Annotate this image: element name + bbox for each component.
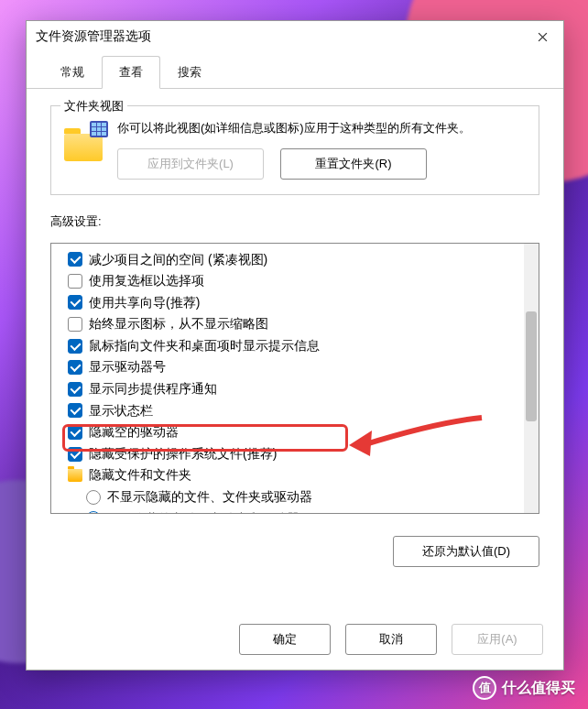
watermark: 值 什么值得买 xyxy=(473,676,575,700)
folder-views-group: 文件夹视图 你可以将此视图(如详细信息或图标)应用于这种类型的所有文件夹。 应用… xyxy=(50,105,539,195)
advanced-item-label: 使用共享向导(推荐) xyxy=(89,294,200,312)
advanced-item-label: 使用复选框以选择项 xyxy=(89,272,204,290)
advanced-item-label: 减少项目之间的空间 (紧凑视图) xyxy=(89,251,267,269)
checkbox-icon[interactable] xyxy=(68,274,82,289)
advanced-item-11[interactable]: 不显示隐藏的文件、文件夹或驱动器 xyxy=(68,486,535,508)
advanced-item-3[interactable]: 始终显示图标，从不显示缩略图 xyxy=(68,313,535,335)
watermark-text: 什么值得买 xyxy=(502,679,575,698)
advanced-item-label: 显示状态栏 xyxy=(89,402,153,420)
advanced-item-2[interactable]: 使用共享向导(推荐) xyxy=(68,292,535,314)
checkbox-icon[interactable] xyxy=(68,252,82,267)
advanced-item-label: 不显示隐藏的文件、文件夹或驱动器 xyxy=(107,488,312,507)
tab-search[interactable]: 搜索 xyxy=(160,56,219,89)
apply-button[interactable]: 应用(A) xyxy=(452,624,543,655)
close-icon xyxy=(538,32,548,42)
advanced-item-8[interactable]: 隐藏空的驱动器 xyxy=(68,421,535,443)
ok-button[interactable]: 确定 xyxy=(239,624,331,655)
radio-icon[interactable] xyxy=(86,511,101,512)
advanced-item-4[interactable]: 鼠标指向文件夹和桌面项时显示提示信息 xyxy=(68,335,535,357)
radio-icon[interactable] xyxy=(86,490,101,505)
advanced-item-label: 隐藏空的驱动器 xyxy=(89,423,179,442)
tab-view[interactable]: 查看 xyxy=(102,56,160,89)
close-button[interactable] xyxy=(530,25,554,49)
folder-views-legend: 文件夹视图 xyxy=(60,98,127,115)
advanced-item-10: 隐藏文件和文件夹 xyxy=(68,464,535,486)
advanced-item-12[interactable]: 显示隐藏的文件、文件夹和驱动器 xyxy=(68,508,535,513)
titlebar: 文件资源管理器选项 xyxy=(27,21,563,52)
watermark-badge-icon: 值 xyxy=(473,676,496,700)
advanced-item-label: 隐藏受保护的操作系统文件(推荐) xyxy=(89,445,277,464)
tab-strip: 常规 查看 搜索 xyxy=(27,56,563,89)
advanced-item-1[interactable]: 使用复选框以选择项 xyxy=(68,270,535,292)
checkbox-icon[interactable] xyxy=(68,382,82,397)
advanced-item-label: 始终显示图标，从不显示缩略图 xyxy=(89,315,268,333)
scrollbar-thumb[interactable] xyxy=(526,311,537,421)
advanced-item-label: 隐藏文件和文件夹 xyxy=(89,466,191,485)
dialog-title: 文件资源管理器选项 xyxy=(36,28,530,45)
dialog-footer: 确定 取消 应用(A) xyxy=(27,613,563,670)
checkbox-icon[interactable] xyxy=(68,425,82,440)
folder-icon xyxy=(68,469,82,482)
advanced-item-0[interactable]: 减少项目之间的空间 (紧凑视图) xyxy=(68,249,535,271)
reset-folders-button[interactable]: 重置文件夹(R) xyxy=(280,148,427,180)
restore-defaults-button[interactable]: 还原为默认值(D) xyxy=(393,536,539,567)
cancel-button[interactable]: 取消 xyxy=(345,624,437,655)
checkbox-icon[interactable] xyxy=(68,295,82,310)
advanced-item-5[interactable]: 显示驱动器号 xyxy=(68,356,535,378)
advanced-settings-list[interactable]: 减少项目之间的空间 (紧凑视图)使用复选框以选择项使用共享向导(推荐)始终显示图… xyxy=(50,243,539,514)
checkbox-icon[interactable] xyxy=(68,339,82,354)
advanced-item-6[interactable]: 显示同步提供程序通知 xyxy=(68,378,535,400)
folder-views-text: 你可以将此视图(如详细信息或图标)应用于这种类型的所有文件夹。 xyxy=(117,119,526,137)
advanced-item-label: 显示驱动器号 xyxy=(89,358,166,376)
checkbox-icon[interactable] xyxy=(68,403,82,418)
scrollbar[interactable] xyxy=(524,244,539,513)
advanced-item-7[interactable]: 显示状态栏 xyxy=(68,400,535,422)
tab-body-view: 文件夹视图 你可以将此视图(如详细信息或图标)应用于这种类型的所有文件夹。 应用… xyxy=(27,89,563,613)
tab-general[interactable]: 常规 xyxy=(43,56,102,89)
checkbox-icon[interactable] xyxy=(68,447,82,462)
advanced-item-9[interactable]: 隐藏受保护的操作系统文件(推荐) xyxy=(68,443,535,465)
advanced-settings-label: 高级设置: xyxy=(50,213,539,230)
checkbox-icon[interactable] xyxy=(68,360,82,375)
advanced-item-label: 显示隐藏的文件、文件夹和驱动器 xyxy=(107,510,299,513)
folder-view-icon xyxy=(64,123,106,161)
advanced-item-label: 鼠标指向文件夹和桌面项时显示提示信息 xyxy=(89,337,320,355)
folder-options-dialog: 文件资源管理器选项 常规 查看 搜索 文件夹视图 你可以将此视图(如详细信息或图… xyxy=(26,20,564,671)
advanced-item-label: 显示同步提供程序通知 xyxy=(89,380,217,398)
checkbox-icon[interactable] xyxy=(68,317,82,332)
apply-to-folders-button[interactable]: 应用到文件夹(L) xyxy=(117,148,264,180)
